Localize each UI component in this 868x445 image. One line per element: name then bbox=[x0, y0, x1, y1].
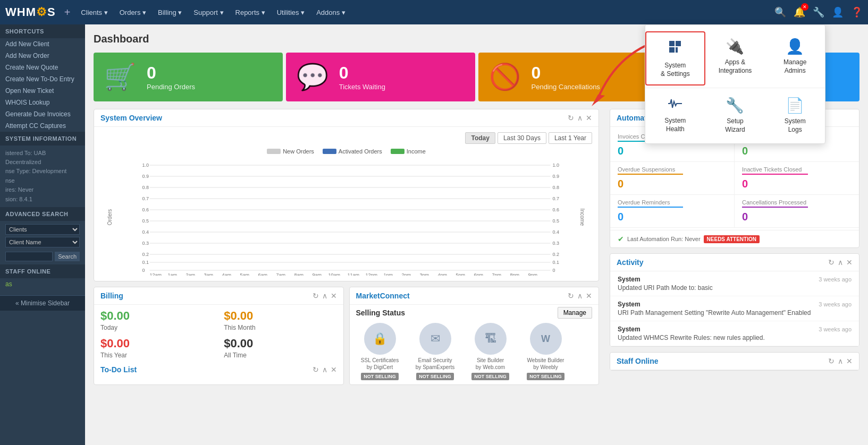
mc-products: 🔒 SSL Certificatesby DigiCert NOT SELLIN… bbox=[350, 319, 599, 384]
nav-plus-button[interactable]: + bbox=[64, 6, 71, 19]
sidebar-link-new-quote[interactable]: Create New Quote bbox=[0, 62, 85, 73]
activity-header: Activity ↻ ∧ ✕ bbox=[610, 254, 859, 271]
svg-text:0: 0 bbox=[553, 268, 555, 273]
svg-text:6am: 6am bbox=[258, 272, 268, 276]
close-billing-button[interactable]: ✕ bbox=[331, 292, 337, 300]
staff-online-section: as bbox=[0, 278, 85, 290]
collapse-billing-button[interactable]: ∧ bbox=[322, 292, 327, 300]
search-input[interactable] bbox=[5, 252, 53, 261]
sidebar-link-add-client[interactable]: Add New Client bbox=[0, 38, 85, 50]
nav-clients[interactable]: Clients ▾ bbox=[75, 5, 113, 20]
dropdown-system-logs[interactable]: 📄 SystemLogs bbox=[765, 90, 825, 140]
collapse-todo-button[interactable]: ∧ bbox=[322, 365, 327, 374]
filter-1year[interactable]: Last 1 Year bbox=[549, 132, 592, 144]
sidebar-link-add-order[interactable]: Add New Order bbox=[0, 50, 85, 62]
manage-admins-icon: 👤 bbox=[786, 38, 804, 55]
stat-card-cancellations[interactable]: 🚫 0 Pending Cancellations bbox=[478, 53, 668, 101]
minimise-sidebar-button[interactable]: « Minimise Sidebar bbox=[0, 295, 85, 311]
billing-month: $0.00 This Month bbox=[224, 309, 336, 331]
svg-text:0.8: 0.8 bbox=[142, 185, 149, 190]
refresh-overview-button[interactable]: ↻ bbox=[568, 114, 574, 122]
search-field-select[interactable]: Client Name bbox=[5, 237, 80, 247]
nav-orders[interactable]: Orders ▾ bbox=[114, 5, 151, 20]
sidebar-link-due-invoices[interactable]: Generate Due Invoices bbox=[0, 108, 85, 120]
svg-text:0.1: 0.1 bbox=[142, 260, 149, 265]
right-panel: Automation Overview Invoices Created 0 C… bbox=[604, 109, 859, 385]
staff-online-header: Staff Online ↻ ∧ ✕ bbox=[610, 353, 859, 370]
auto-invoices-value: 0 bbox=[618, 145, 727, 157]
help-icon[interactable]: ❓ bbox=[851, 6, 863, 18]
email-badge: NOT SELLING bbox=[416, 373, 454, 380]
refresh-staff-button[interactable]: ↻ bbox=[828, 357, 835, 365]
dropdown-grid: System& Settings 🔌 Apps &Integrations 👤 … bbox=[645, 31, 825, 85]
dropdown-setup-wizard[interactable]: 🔧 SetupWizard bbox=[705, 90, 765, 140]
close-todo-button[interactable]: ✕ bbox=[331, 365, 337, 374]
refresh-todo-button[interactable]: ↻ bbox=[313, 365, 319, 374]
nav-billing[interactable]: Billing ▾ bbox=[153, 5, 187, 20]
svg-text:10am: 10am bbox=[328, 272, 341, 276]
dropdown-system-health[interactable]: SystemHealth bbox=[645, 90, 705, 140]
activity-item-3: System 3 weeks ago Updated WHMCS Rewrite… bbox=[610, 321, 859, 346]
search-type-select[interactable]: Clients bbox=[5, 224, 80, 235]
filter-today[interactable]: Today bbox=[465, 132, 495, 144]
billing-month-amount: $0.00 bbox=[224, 309, 336, 323]
manage-mc-button[interactable]: Manage bbox=[558, 307, 592, 319]
svg-text:3am: 3am bbox=[204, 272, 214, 276]
mc-product-weebly: W Website Builderby Weebly NOT SELLING bbox=[522, 323, 570, 380]
activity-text-1: Updated URI Path Mode to: basic bbox=[618, 284, 852, 292]
dropdown-grid-2: SystemHealth 🔧 SetupWizard 📄 SystemLogs bbox=[645, 90, 825, 140]
auto-inactive-value: 0 bbox=[742, 178, 852, 190]
search-button[interactable]: Search bbox=[55, 252, 80, 261]
svg-text:0.2: 0.2 bbox=[142, 252, 149, 257]
check-icon: ✔ bbox=[618, 235, 624, 243]
user-icon[interactable]: 👤 bbox=[832, 6, 844, 18]
activity-time-3: 3 weeks ago bbox=[819, 326, 852, 332]
close-overview-button[interactable]: ✕ bbox=[586, 114, 592, 122]
billing-year: $0.00 This Year bbox=[100, 337, 213, 359]
billing-alltime-period: All Time bbox=[224, 352, 336, 359]
collapse-overview-button[interactable]: ∧ bbox=[577, 114, 583, 122]
nav-addons[interactable]: Addons ▾ bbox=[311, 5, 351, 20]
nav-support[interactable]: Support ▾ bbox=[188, 5, 229, 20]
svg-text:8pm: 8pm bbox=[510, 272, 520, 276]
activity-item-1: System 3 weeks ago Updated URI Path Mode… bbox=[610, 271, 859, 296]
sidebar-link-cc-captures[interactable]: Attempt CC Captures bbox=[0, 120, 85, 132]
staff-online-title: Staff Online bbox=[0, 264, 85, 278]
weebly-icon: W bbox=[530, 323, 562, 355]
svg-text:0.8: 0.8 bbox=[553, 185, 560, 190]
collapse-mc-button[interactable]: ∧ bbox=[577, 292, 583, 300]
dropdown-apps-integrations[interactable]: 🔌 Apps &Integrations bbox=[705, 31, 765, 85]
notifications-icon[interactable]: 🔔 ✕ bbox=[794, 6, 805, 18]
nav-reports[interactable]: Reports ▾ bbox=[230, 5, 271, 20]
sidebar-link-new-todo[interactable]: Create New To-Do Entry bbox=[0, 73, 85, 85]
svg-text:6pm: 6pm bbox=[474, 272, 484, 276]
search-icon[interactable]: 🔍 bbox=[774, 6, 786, 18]
dropdown-system-settings[interactable]: System& Settings bbox=[645, 31, 705, 85]
nav-utilities[interactable]: Utilities ▾ bbox=[272, 5, 310, 20]
filter-30days[interactable]: Last 30 Days bbox=[498, 132, 546, 144]
refresh-mc-button[interactable]: ↻ bbox=[568, 292, 574, 300]
dropdown-logs-label: SystemLogs bbox=[785, 117, 806, 134]
tickets-icon: 💬 bbox=[297, 62, 328, 92]
close-activity-button[interactable]: ✕ bbox=[846, 258, 853, 267]
collapse-activity-button[interactable]: ∧ bbox=[838, 258, 843, 267]
ssl-icon: 🔒 bbox=[364, 323, 396, 355]
refresh-billing-button[interactable]: ↻ bbox=[313, 292, 319, 300]
activity-text-2: URI Path Management Setting "Rewrite Aut… bbox=[618, 309, 852, 316]
svg-text:0.3: 0.3 bbox=[553, 241, 560, 246]
wrench-icon[interactable]: 🔧 bbox=[813, 6, 824, 18]
close-mc-button[interactable]: ✕ bbox=[586, 292, 592, 300]
collapse-staff-button[interactable]: ∧ bbox=[838, 357, 843, 365]
sidebar-link-whois[interactable]: WHOIS Lookup bbox=[0, 97, 85, 108]
logo-gear: ⚙ bbox=[36, 5, 47, 19]
close-staff-button[interactable]: ✕ bbox=[846, 357, 853, 365]
stat-card-tickets[interactable]: 💬 0 Tickets Waiting bbox=[286, 53, 475, 101]
sidebar-link-new-ticket[interactable]: Open New Ticket bbox=[0, 85, 85, 97]
billing-today-period: Today bbox=[100, 324, 213, 331]
dropdown-admins-label: ManageAdmins bbox=[783, 58, 806, 75]
nav-menu: Clients ▾ Orders ▾ Billing ▾ Support ▾ R… bbox=[75, 5, 774, 20]
dropdown-manage-admins[interactable]: 👤 ManageAdmins bbox=[765, 31, 825, 85]
svg-text:0.5: 0.5 bbox=[142, 218, 149, 224]
refresh-activity-button[interactable]: ↻ bbox=[828, 258, 835, 267]
stat-card-orders[interactable]: 🛒 0 Pending Orders bbox=[94, 53, 283, 101]
